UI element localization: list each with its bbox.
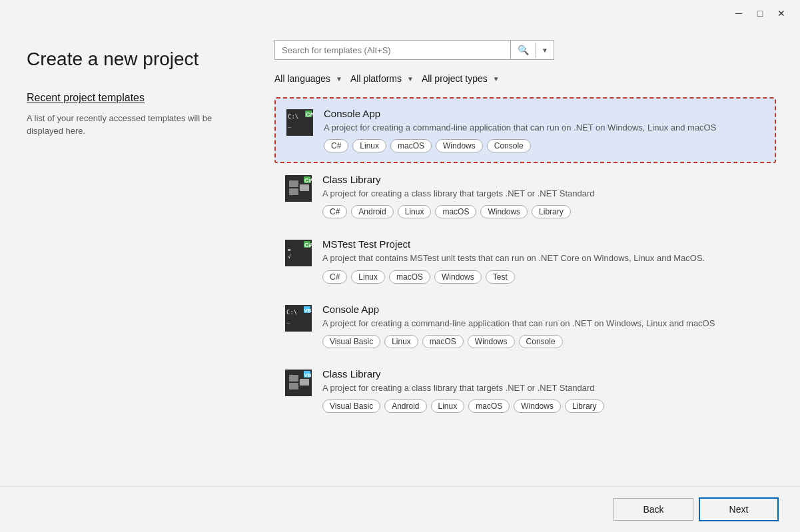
mstest-tags: C# Linux macOS Windows Test — [322, 270, 765, 284]
search-input[interactable] — [275, 41, 510, 59]
vb-classlib-desc: A project for creating a class library t… — [322, 382, 765, 394]
template-item-csharp-console[interactable]: C:\ _ C# Console App A project for creat… — [274, 97, 776, 163]
vb-classlib-tags: Visual Basic Android Linux macOS Windows… — [322, 399, 765, 413]
tag-console: Console — [487, 139, 531, 152]
svg-rect-8 — [300, 184, 309, 191]
tag-macos: macOS — [390, 139, 432, 152]
tag-test: Test — [486, 270, 515, 284]
tag-linux: Linux — [352, 139, 386, 152]
footer: Back Next — [0, 486, 800, 532]
right-panel: 🔍 ▼ All languages ▼ All platforms ▼ All … — [253, 27, 800, 486]
csharp-console-name: Console App — [324, 108, 764, 119]
template-list: C:\ _ C# Console App A project for creat… — [274, 97, 779, 473]
tag-android: Android — [351, 205, 393, 218]
tag-linux5: Linux — [431, 399, 465, 413]
maximize-button[interactable]: □ — [752, 5, 768, 21]
svg-rect-24 — [300, 379, 309, 386]
template-item-vb-console[interactable]: C:\ _ VB Console App A project for creat… — [274, 294, 776, 358]
vb-console-icon: C:\ _ VB — [285, 305, 312, 332]
search-container: 🔍 ▼ — [274, 40, 779, 60]
template-item-vb-classlib[interactable]: VB Class Library A project for creating … — [274, 359, 776, 422]
mstest-info: MSTest Test Project A project that conta… — [322, 238, 765, 283]
page-title: Create a new project — [27, 48, 226, 71]
minimize-button[interactable]: ─ — [731, 5, 747, 21]
mstest-icon: ≡ √ C# — [285, 240, 312, 266]
filters: All languages ▼ All platforms ▼ All proj… — [274, 71, 779, 87]
search-button[interactable]: 🔍 — [510, 41, 536, 59]
tag-library: Library — [532, 205, 571, 218]
csharp-console-info: Console App A project for creating a com… — [324, 108, 764, 152]
language-filter-label: All languages — [274, 73, 330, 84]
tag-macos5: macOS — [468, 399, 510, 413]
csharp-classlib-desc: A project for creating a class library t… — [322, 188, 765, 200]
platform-filter[interactable]: All platforms ▼ — [350, 71, 414, 87]
svg-text:_: _ — [288, 121, 292, 128]
csharp-console-icon: C:\ _ C# — [286, 109, 313, 136]
close-button[interactable]: ✕ — [773, 5, 789, 21]
vb-console-info: Console App A project for creating a com… — [322, 304, 765, 348]
tag-linux3: Linux — [351, 270, 385, 284]
tag-windows2: Windows — [480, 205, 528, 218]
csharp-console-desc: A project for creating a command-line ap… — [324, 122, 764, 134]
csharp-classlib-info: Class Library A project for creating a c… — [322, 174, 765, 218]
platform-filter-label: All platforms — [350, 73, 402, 84]
svg-text:C#: C# — [304, 177, 312, 184]
tag-linux2: Linux — [398, 205, 432, 218]
svg-rect-7 — [289, 188, 298, 195]
tag-linux4: Linux — [384, 335, 418, 348]
project-type-filter[interactable]: All project types ▼ — [422, 71, 500, 87]
csharp-console-tags: C# Linux macOS Windows Console — [324, 139, 764, 152]
tag-console2: Console — [519, 335, 563, 348]
csharp-classlib-icon: C# — [285, 175, 312, 202]
svg-text:VB: VB — [304, 372, 312, 378]
svg-text:C:\: C:\ — [288, 113, 298, 120]
svg-text:√: √ — [288, 254, 291, 260]
recent-templates-desc: A list of your recently accessed templat… — [27, 112, 226, 138]
search-dropdown-button[interactable]: ▼ — [536, 43, 554, 58]
tag-windows5: Windows — [514, 399, 561, 413]
tag-vbasic: Visual Basic — [322, 335, 380, 348]
vb-console-desc: A project for creating a command-line ap… — [322, 318, 765, 330]
svg-text:_: _ — [286, 317, 290, 324]
tag-android2: Android — [384, 399, 426, 413]
platform-filter-arrow: ▼ — [407, 75, 414, 83]
project-type-filter-label: All project types — [422, 73, 488, 84]
tag-windows4: Windows — [468, 335, 515, 348]
tag-csharp: C# — [324, 139, 348, 152]
svg-text:VB: VB — [304, 308, 312, 314]
mstest-desc: A project that contains MSTest unit test… — [322, 252, 765, 264]
tag-library2: Library — [565, 399, 604, 413]
tag-csharp3: C# — [322, 270, 347, 284]
template-item-csharp-classlib[interactable]: C# Class Library A project for creating … — [274, 164, 776, 228]
svg-text:C#: C# — [306, 111, 313, 118]
tag-macos2: macOS — [435, 205, 476, 218]
svg-text:C:\: C:\ — [286, 309, 297, 316]
left-panel: Create a new project Recent project temp… — [0, 27, 253, 486]
template-item-mstest[interactable]: ≡ √ C# MSTest Test Project A project tha… — [274, 229, 776, 292]
mstest-name: MSTest Test Project — [322, 238, 765, 250]
next-button[interactable]: Next — [699, 497, 779, 521]
tag-macos3: macOS — [389, 270, 430, 284]
svg-text:C#: C# — [304, 242, 312, 248]
project-type-filter-arrow: ▼ — [493, 75, 500, 83]
svg-rect-22 — [289, 375, 298, 382]
svg-rect-23 — [289, 383, 298, 390]
vb-console-tags: Visual Basic Linux macOS Windows Console — [322, 335, 765, 348]
vb-classlib-icon: VB — [285, 370, 312, 396]
recent-templates-title: Recent project templates — [27, 92, 226, 104]
tag-windows3: Windows — [434, 270, 482, 284]
tag-csharp2: C# — [322, 205, 347, 218]
language-filter-arrow: ▼ — [336, 75, 342, 83]
tag-windows: Windows — [436, 139, 483, 152]
csharp-classlib-name: Class Library — [322, 174, 765, 185]
vb-classlib-info: Class Library A project for creating a c… — [322, 368, 765, 413]
titlebar-controls: ─ □ ✕ — [731, 5, 789, 21]
vb-console-name: Console App — [322, 304, 765, 315]
language-filter[interactable]: All languages ▼ — [274, 71, 342, 87]
tag-macos4: macOS — [422, 335, 464, 348]
csharp-classlib-tags: C# Android Linux macOS Windows Library — [322, 205, 765, 218]
svg-rect-6 — [289, 180, 298, 187]
back-button[interactable]: Back — [613, 498, 693, 521]
vb-classlib-name: Class Library — [322, 368, 765, 380]
svg-text:≡: ≡ — [288, 247, 291, 253]
